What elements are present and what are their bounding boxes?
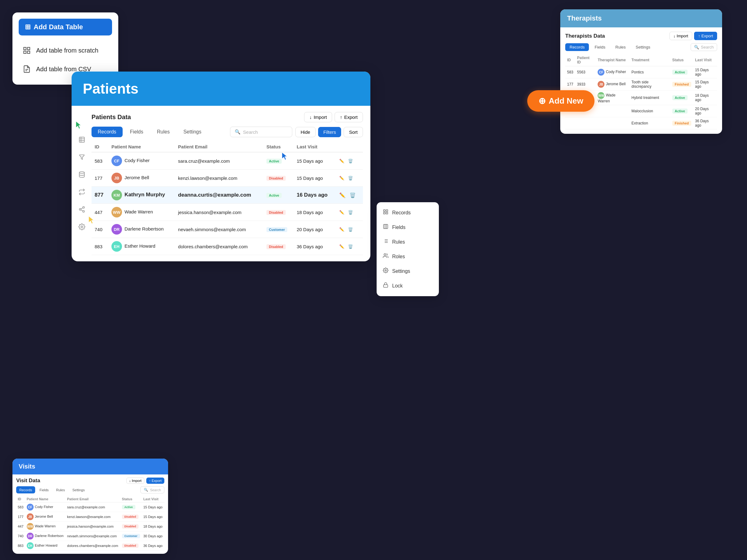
visits-tab-fields[interactable]: Fields	[36, 486, 52, 494]
edit-button[interactable]: ✏️	[338, 175, 345, 181]
edit-button[interactable]: ✏️	[338, 209, 345, 215]
patients-tab-fields[interactable]: Fields	[124, 127, 150, 137]
avatar: JB	[111, 173, 122, 183]
sidebar-filter-icon[interactable]	[76, 151, 88, 163]
therapists-title: Therapists	[567, 14, 602, 22]
edit-button[interactable]: ✏️	[338, 244, 345, 249]
visits-tab-settings[interactable]: Settings	[69, 486, 88, 494]
status-badge: Active	[266, 159, 282, 164]
context-menu-lock[interactable]: Lock	[377, 278, 439, 293]
svg-line-14	[81, 210, 83, 211]
patients-tab-settings[interactable]: Settings	[177, 127, 208, 137]
patients-import-button[interactable]: ↓ Import	[304, 112, 332, 122]
patients-tab-records[interactable]: Records	[92, 127, 123, 137]
therapists-panel-header: Therapists	[560, 9, 722, 27]
col-patient-name: Patient Name	[108, 141, 175, 152]
col-last-visit: Last Visit	[293, 141, 335, 152]
context-menu-fields[interactable]: Fields	[377, 220, 439, 235]
context-settings-label: Settings	[392, 268, 410, 274]
sidebar-share-icon[interactable]	[76, 204, 88, 215]
svg-point-31	[385, 270, 387, 271]
edit-button[interactable]: ✏️	[338, 192, 347, 199]
patients-search[interactable]: 🔍 Search	[230, 127, 292, 137]
visits-tab-records[interactable]: Records	[16, 486, 35, 494]
patients-export-button[interactable]: ↑ Export	[335, 112, 363, 122]
edit-button[interactable]: ✏️	[338, 226, 345, 232]
table-row: 583 CFCody Fisher sara.cruz@example.com …	[16, 502, 164, 512]
delete-button[interactable]: 🗑️	[347, 175, 354, 181]
svg-rect-3	[27, 51, 30, 54]
delete-button[interactable]: 🗑️	[347, 226, 354, 232]
svg-rect-0	[24, 47, 26, 50]
table-row: 447 WWWade Warren jessica.hanson@example…	[92, 204, 363, 221]
patients-actions: ↓ Import ↑ Export	[304, 112, 363, 122]
status-badge: Active	[672, 109, 688, 113]
csv-icon	[22, 64, 32, 74]
add-new-button[interactable]: ⊕ Add New	[527, 90, 594, 112]
import-icon: ↓	[309, 114, 312, 120]
therapists-tab-records[interactable]: Records	[565, 43, 589, 51]
visits-panel: Visits Visit Data ↓ Import ↑ Export Reco…	[12, 459, 168, 554]
therapists-tab-rules[interactable]: Rules	[611, 43, 630, 51]
add-data-popup-title: Add Data Table	[34, 23, 83, 31]
sort-button[interactable]: Sort	[344, 127, 363, 137]
plus-circle-icon: ⊕	[538, 96, 546, 106]
visits-panel-header: Visits	[12, 459, 168, 475]
sidebar-transform-icon[interactable]	[76, 186, 88, 198]
rules-icon	[383, 238, 388, 245]
delete-button[interactable]: 🗑️	[347, 158, 354, 164]
therapists-tab-settings[interactable]: Settings	[631, 43, 654, 51]
therapists-import-button[interactable]: ↓ Import	[670, 32, 692, 40]
visits-search[interactable]: 🔍 Search	[140, 486, 164, 494]
context-menu-settings[interactable]: Settings	[377, 264, 439, 278]
th-treatment: Treatment	[630, 54, 670, 66]
add-data-popup-header[interactable]: ⊞ Add Data Table	[19, 19, 112, 35]
visits-title: Visits	[19, 463, 35, 470]
avatar: EH	[111, 241, 122, 252]
sidebar-table-icon[interactable]	[76, 134, 88, 145]
status-badge: Disabled	[266, 244, 286, 249]
therapists-export-button[interactable]: ↑ Export	[694, 32, 717, 40]
status-badge: Finished	[672, 82, 691, 87]
status-badge: Customer	[122, 534, 140, 538]
sidebar-data-icon[interactable]	[76, 169, 88, 181]
status-badge: Disabled	[266, 176, 286, 181]
patients-tab-rules[interactable]: Rules	[151, 127, 176, 137]
filters-button[interactable]: Filters	[318, 127, 341, 137]
edit-button[interactable]: ✏️	[338, 158, 345, 164]
visits-tab-rules[interactable]: Rules	[53, 486, 68, 494]
context-menu-records[interactable]: Records	[377, 205, 439, 220]
svg-rect-1	[27, 47, 30, 50]
visits-panel-body: Visit Data ↓ Import ↑ Export Records Fie…	[12, 475, 168, 554]
th-patient-email: Patient Email	[66, 496, 121, 502]
therapists-panel: Therapists Therapists Data ↓ Import ↑ Ex…	[560, 9, 722, 134]
svg-marker-34	[282, 153, 287, 160]
context-menu-roles[interactable]: Roles	[377, 249, 439, 264]
visits-export-button[interactable]: ↑ Export	[146, 478, 164, 484]
hide-button[interactable]: Hide	[295, 127, 316, 137]
patients-title: Patients	[83, 81, 138, 97]
status-badge: Active	[122, 505, 135, 509]
delete-button[interactable]: 🗑️	[347, 209, 354, 215]
context-lock-label: Lock	[392, 283, 403, 289]
avatar: CF	[27, 504, 34, 510]
patients-tab-row: Records Fields Rules Settings 🔍 Search H…	[92, 127, 363, 137]
th-id: ID	[565, 54, 575, 66]
avatar: DR	[111, 224, 122, 235]
svg-marker-35	[89, 216, 94, 224]
delete-button[interactable]: 🗑️	[348, 192, 357, 199]
visits-actions: ↓ Import ↑ Export	[126, 478, 164, 484]
delete-button[interactable]: 🗑️	[347, 244, 354, 249]
visits-import-button[interactable]: ↓ Import	[126, 478, 145, 484]
therapists-search[interactable]: 🔍 Search	[691, 43, 717, 51]
svg-marker-33	[76, 121, 81, 129]
context-menu-rules[interactable]: Rules	[377, 235, 439, 249]
avatar: JB	[598, 81, 604, 88]
add-table-scratch-label: Add table from scratch	[36, 47, 98, 54]
users-icon	[383, 253, 388, 260]
grid-icon	[383, 209, 388, 216]
sidebar-settings-icon[interactable]	[76, 221, 88, 233]
add-table-scratch-item[interactable]: Add table from scratch	[19, 41, 112, 60]
therapists-tab-fields[interactable]: Fields	[590, 43, 610, 51]
add-new-label: Add New	[549, 96, 583, 106]
